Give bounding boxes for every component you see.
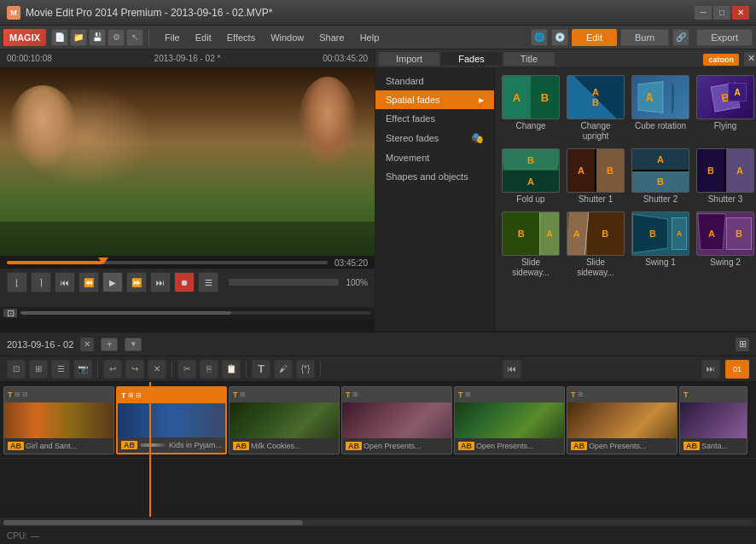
timeline-maximize-icon[interactable]: ⊞ [736, 338, 749, 351]
volume-slider[interactable] [229, 279, 339, 286]
swing2-inner: A B [697, 212, 753, 255]
tl-brush-btn[interactable]: 🖌 [274, 360, 293, 379]
menu-share[interactable]: Share [312, 31, 351, 44]
effect-change-upright[interactable]: A B Change upright [567, 75, 625, 142]
menu-movement[interactable]: Movement [375, 148, 494, 167]
effect-slide-1[interactable]: B A Slide sideway... [502, 211, 560, 278]
menu-help[interactable]: Help [353, 31, 387, 44]
effect-change[interactable]: A B Change [502, 75, 560, 142]
tl-next-btn[interactable]: ⏭ [701, 360, 720, 379]
scroll-track[interactable] [3, 520, 753, 525]
tl-prev-btn[interactable]: ⏮ [503, 360, 521, 379]
effect-change-label: Change [515, 121, 545, 131]
cursor-icon[interactable]: ↖ [126, 29, 143, 46]
fold-inner: B A [503, 149, 559, 192]
effects-panel-close[interactable]: ✕ [744, 52, 756, 66]
tab-burn[interactable]: Burn [620, 29, 669, 46]
mark-out-button[interactable]: ⌉ [31, 272, 51, 292]
tl-grid-btn[interactable]: ⊞ [29, 360, 48, 379]
tl-text-btn[interactable]: T [252, 360, 270, 379]
tl-camera-btn[interactable]: 📷 [73, 360, 92, 379]
tl-delete-btn[interactable]: ✕ [148, 360, 166, 379]
window-controls[interactable]: ─ □ ✕ [695, 6, 749, 20]
rewind-button[interactable]: ⏪ [79, 272, 99, 292]
tl-paste-btn[interactable]: 📋 [222, 360, 241, 379]
settings-icon[interactable]: ⚙ [108, 29, 125, 46]
tl-list-btn[interactable]: ☰ [51, 360, 70, 379]
effect-shutter-2[interactable]: A B Shutter 2 [631, 148, 689, 205]
tl-snap-btn[interactable]: {*} [296, 360, 315, 379]
clip-1[interactable]: T ⊞ ⊟ AB Girl and Sant... [3, 386, 114, 454]
timeline-close-button[interactable]: ✕ [80, 338, 94, 351]
timeline-dropdown-button[interactable]: ▼ [125, 338, 142, 351]
close-button[interactable]: ✕ [732, 6, 749, 20]
clip-7-label: Santa... [701, 442, 728, 450]
clip-7[interactable]: T AB Santa... [679, 386, 747, 454]
effect-shutter1-thumb: A B [567, 148, 625, 193]
maximize-button[interactable]: □ [713, 6, 730, 20]
prev-frame-button[interactable]: ⏮ [55, 272, 75, 292]
tl-copy-btn[interactable]: ⎘ [200, 360, 218, 379]
preview-scroll[interactable] [20, 311, 371, 315]
effect-shutter3-label: Shutter 3 [708, 194, 743, 205]
effect-swing-1[interactable]: B A Swing 1 [631, 211, 689, 278]
disc-icon[interactable]: 💿 [551, 29, 568, 46]
timeline-add-track-button[interactable]: + [101, 338, 118, 351]
minimize-button[interactable]: ─ [695, 6, 712, 20]
swing1-inner: B A [632, 212, 689, 255]
preview-header: 00:00:10:08 2013-09-16 - 02 * 00:03:45:2… [0, 49, 375, 68]
record-button[interactable]: ⏺ [174, 272, 195, 292]
clip-6-icons: ⊞ [578, 391, 584, 398]
menu-effects[interactable]: Effects [220, 31, 262, 44]
menu-window[interactable]: Window [264, 31, 311, 44]
progress-track[interactable] [7, 261, 328, 264]
effect-slide-2[interactable]: A B Slide sideway... [567, 211, 625, 278]
effect-flying[interactable]: B A Flying [696, 75, 754, 142]
clip-1-icons: ⊞ ⊟ [15, 391, 28, 398]
menu-stereo-fades[interactable]: Stereo fades 🎭 [375, 128, 494, 148]
menu-file[interactable]: File [158, 31, 187, 44]
effect-swing-2[interactable]: A B Swing 2 [696, 211, 754, 278]
tab-fades[interactable]: Fades [441, 52, 502, 66]
forward-button[interactable]: ⏩ [126, 272, 147, 292]
menu-effect-fades[interactable]: Effect fades [375, 109, 494, 128]
effect-shutter-3[interactable]: B A Shutter 3 [696, 148, 754, 205]
tab-title[interactable]: Title [503, 52, 555, 66]
export-button[interactable]: Export [696, 29, 753, 46]
mark-in-button[interactable]: ⌊ [7, 272, 27, 292]
effect-fold-up[interactable]: B A Fold up [502, 148, 560, 205]
effect-cube-rotation[interactable]: A B Cube rotation [631, 75, 689, 142]
effect-shutter-1[interactable]: A B Shutter 1 [567, 148, 625, 205]
online-icon[interactable]: 🌐 [531, 29, 548, 46]
save-icon[interactable]: 💾 [89, 29, 106, 46]
tl-undo-btn[interactable]: ↩ [103, 360, 122, 379]
timeline-scrollbar[interactable] [0, 517, 756, 527]
menu-edit[interactable]: Edit [189, 31, 218, 44]
tl-redo-btn[interactable]: ↪ [125, 360, 144, 379]
clip-6[interactable]: T ⊞ AB Open Presents... [567, 386, 677, 454]
new-icon[interactable]: 📄 [51, 29, 68, 46]
play-button[interactable]: ▶ [102, 272, 123, 292]
clip-7-thumb [680, 402, 747, 438]
clip-5[interactable]: T ⊞ AB Open Presents... [454, 386, 565, 454]
clip-2-text-icon: T [121, 391, 126, 400]
tl-view-btn[interactable]: ⊡ [7, 360, 26, 379]
clip-2[interactable]: T ⊞ ⊟ AB Kids in Pyjam... [116, 386, 227, 454]
menu-standard[interactable]: Standard [375, 72, 494, 90]
clip-4[interactable]: T ⊞ AB Open Presents... [341, 386, 452, 454]
tl-counter-btn[interactable]: 01 [725, 360, 749, 379]
loop-button[interactable]: ☰ [198, 272, 218, 292]
timeline-header: 2013-09-16 - 02 ✕ + ▼ ⊞ [0, 333, 756, 356]
tl-cut-btn[interactable]: ✂ [177, 360, 196, 379]
menu-shapes-objects[interactable]: Shapes and objects [375, 167, 494, 186]
menu-spatial-fades[interactable]: Spatial fades ▶ [375, 90, 494, 109]
tab-import[interactable]: Import [379, 52, 439, 66]
progress-bar[interactable]: 03:45:20 [0, 257, 375, 269]
tab-edit[interactable]: Edit [572, 29, 617, 46]
open-icon[interactable]: 📁 [70, 29, 87, 46]
next-frame-button[interactable]: ⏭ [150, 272, 171, 292]
clip-3[interactable]: T ⊞ AB Milk Cookies... [229, 386, 340, 454]
preview-view-icon[interactable]: ⊡ [3, 309, 17, 317]
clip-6-footer: AB Open Presents... [567, 438, 677, 454]
share-icon[interactable]: 🔗 [672, 29, 689, 46]
